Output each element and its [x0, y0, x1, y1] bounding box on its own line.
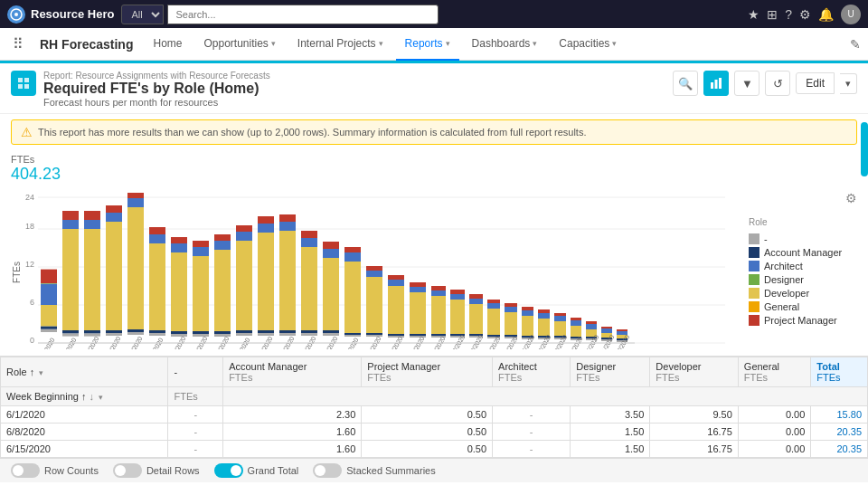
grid-icon[interactable]: ⊞ — [767, 7, 778, 22]
row-counts-toggle[interactable] — [11, 463, 40, 478]
legend-item-dev: Developer — [749, 288, 857, 299]
gen-6-1: 0.00 — [738, 406, 811, 424]
svg-rect-8 — [719, 78, 722, 89]
app-title: Resource Hero — [31, 7, 114, 21]
svg-rect-111 — [366, 335, 382, 337]
dash-6-1: - — [168, 406, 223, 424]
svg-rect-148 — [487, 335, 500, 337]
legend-color-dash — [749, 233, 760, 244]
svg-rect-60 — [171, 243, 187, 252]
refresh-btn[interactable]: ↺ — [765, 71, 790, 96]
svg-rect-154 — [505, 335, 517, 337]
legend-color-arch — [749, 261, 760, 271]
data-table: Role ↑ ▾ - Account ManagerFTEs Project M… — [0, 357, 868, 458]
edit-dropdown-btn[interactable]: ▾ — [840, 73, 857, 94]
th-role[interactable]: Role ↑ ▾ — [1, 357, 168, 387]
detail-rows-thumb — [115, 465, 126, 476]
legend-label-dev: Developer — [764, 288, 809, 299]
report-header: Report: Resource Assignments with Resour… — [0, 63, 868, 114]
grand-total-toggle[interactable] — [214, 463, 243, 478]
legend-item-general: General — [749, 301, 857, 312]
warning-text: This report has more results than we can… — [38, 127, 586, 138]
legend-label-arch: Architect — [764, 261, 803, 271]
svg-text:0: 0 — [30, 336, 34, 345]
svg-rect-180 — [571, 320, 581, 326]
svg-rect-115 — [366, 266, 382, 271]
nav-dashboards[interactable]: Dashboards▾ — [463, 28, 547, 61]
svg-rect-103 — [323, 242, 339, 249]
search-report-btn[interactable]: 🔍 — [673, 71, 698, 96]
svg-rect-91 — [279, 214, 296, 222]
svg-rect-100 — [323, 330, 339, 333]
dev-6-15: 16.75 — [650, 441, 739, 458]
legend-label-acct: Account Manager — [764, 247, 842, 258]
detail-rows-toggle[interactable] — [113, 463, 142, 478]
nav-reports[interactable]: Reports▾ — [396, 28, 459, 61]
svg-rect-145 — [469, 294, 483, 299]
legend-label-dash: - — [764, 233, 768, 244]
svg-rect-163 — [522, 307, 533, 310]
avatar[interactable]: U — [841, 5, 861, 24]
week-6-8: 6/8/2020 — [1, 424, 168, 441]
detail-rows-label: Detail Rows — [146, 465, 200, 476]
svg-rect-127 — [410, 282, 426, 287]
table-row: 6/15/2020 - 1.60 0.50 - 1.50 16.75 0.00 … — [1, 441, 868, 458]
fte-value: 404.23 — [11, 165, 857, 184]
svg-text:8/24/2020: 8/24/2020 — [297, 335, 317, 349]
stacked-summaries-thumb — [315, 465, 326, 476]
pm-6-8: 0.50 — [362, 424, 493, 441]
favorites-icon[interactable]: ★ — [748, 7, 760, 22]
table-row: 6/1/2020 - 2.30 0.50 - 3.50 9.50 0.00 15… — [1, 406, 868, 424]
notification-icon[interactable]: 🔔 — [818, 7, 834, 22]
svg-rect-155 — [505, 312, 517, 335]
pm-6-1: 0.50 — [362, 406, 493, 424]
acct-6-15: 1.60 — [223, 441, 362, 458]
grand-total-thumb — [231, 465, 241, 476]
design-6-8: 1.50 — [571, 424, 650, 441]
svg-rect-106 — [344, 333, 361, 335]
dev-6-1: 9.50 — [650, 406, 739, 424]
svg-rect-28 — [62, 330, 79, 333]
search-input[interactable] — [167, 5, 439, 24]
scroll-indicator[interactable] — [861, 122, 868, 176]
edit-button[interactable]: Edit — [796, 72, 835, 94]
nav-opportunities[interactable]: Opportunities▾ — [194, 28, 284, 61]
gen-6-15: 0.00 — [738, 441, 811, 458]
dashboards-chevron: ▾ — [533, 39, 537, 48]
svg-rect-87 — [279, 333, 296, 336]
filter-btn[interactable]: ▼ — [734, 71, 760, 96]
chart-settings-icon[interactable]: ⚙ — [845, 191, 857, 205]
svg-text:8/10/2020: 8/10/2020 — [254, 335, 274, 349]
settings-icon[interactable]: ⚙ — [799, 7, 811, 22]
design-6-15: 1.50 — [571, 441, 650, 458]
svg-rect-27 — [62, 333, 79, 336]
svg-rect-52 — [149, 330, 165, 333]
report-label: Report: Resource Assignments with Resour… — [43, 71, 270, 81]
nav-capacities[interactable]: Capacities▾ — [550, 28, 626, 61]
help-icon[interactable]: ? — [785, 7, 792, 22]
role-filter-icon[interactable]: ▾ — [39, 368, 43, 377]
apps-grid-icon[interactable]: ⠿ — [7, 35, 29, 52]
th-week-beginning[interactable]: Week Beginning ↑ ↓ ▾ — [1, 387, 168, 406]
svg-rect-29 — [62, 229, 79, 330]
grand-total-label: Grand Total — [248, 465, 299, 476]
svg-rect-108 — [344, 252, 361, 262]
nav-internal-projects[interactable]: Internal Projects▾ — [288, 28, 392, 61]
svg-rect-112 — [366, 333, 382, 335]
svg-rect-89 — [279, 231, 296, 330]
stacked-summaries-toggle[interactable] — [313, 463, 342, 478]
capacities-chevron: ▾ — [612, 39, 617, 48]
svg-rect-90 — [279, 222, 296, 231]
week-filter-icon[interactable]: ▾ — [99, 393, 103, 402]
nav-home[interactable]: Home — [144, 28, 191, 61]
svg-rect-88 — [279, 330, 296, 333]
search-type-select[interactable]: All — [121, 5, 164, 24]
chart-view-btn[interactable] — [703, 71, 729, 96]
svg-rect-65 — [193, 256, 209, 331]
svg-rect-174 — [554, 316, 566, 321]
svg-rect-105 — [344, 335, 361, 337]
svg-rect-79 — [236, 225, 252, 232]
nav-edit-icon[interactable]: ✎ — [850, 37, 861, 52]
svg-rect-151 — [487, 300, 500, 303]
th-designer: DesignerFTEs — [571, 357, 650, 387]
